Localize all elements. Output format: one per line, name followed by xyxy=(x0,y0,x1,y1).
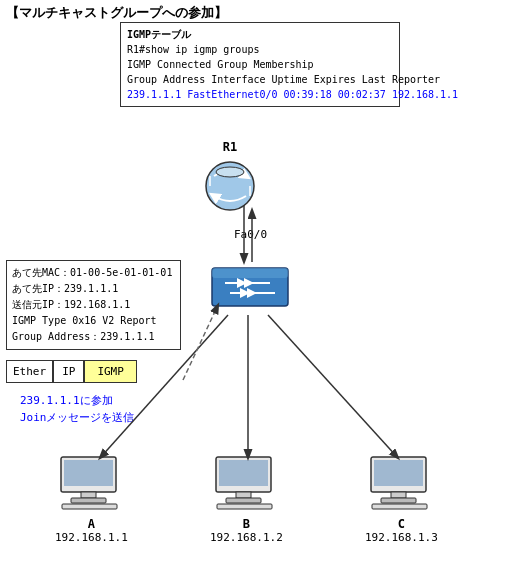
computer-a: A 192.168.1.1 xyxy=(55,455,128,544)
computer-c-label: C xyxy=(365,517,438,531)
svg-rect-16 xyxy=(226,498,261,503)
computer-c-ip: 192.168.1.3 xyxy=(365,531,438,544)
packet-box: Ether IP IGMP xyxy=(6,360,137,383)
info-line4: IGMP Type 0x16 V2 Report xyxy=(12,313,175,329)
computer-b-label: B xyxy=(210,517,283,531)
switch-container xyxy=(210,263,280,313)
join-line1: 239.1.1.1に参加 xyxy=(20,393,135,410)
info-line5: Group Address：239.1.1.1 xyxy=(12,329,175,345)
igmp-subtitle: IGMP Connected Group Membership xyxy=(127,57,393,72)
igmp-table-box: IGMPテーブル R1#show ip igmp groups IGMP Con… xyxy=(120,22,400,107)
svg-rect-21 xyxy=(381,498,416,503)
info-line1: あて先MAC：01-00-5e-01-01-01 xyxy=(12,265,175,281)
svg-rect-20 xyxy=(391,492,406,498)
interface-label: Fa0/0 xyxy=(234,228,267,241)
igmp-table-title: IGMPテーブル xyxy=(127,27,393,42)
igmp-cmd: R1#show ip igmp groups xyxy=(127,42,393,57)
join-message: 239.1.1.1に参加 Joinメッセージを送信 xyxy=(20,393,135,426)
page-title: 【マルチキャストグループへの参加】 xyxy=(6,4,227,22)
svg-rect-15 xyxy=(236,492,251,498)
computer-a-ip: 192.168.1.1 xyxy=(55,531,128,544)
packet-ip: IP xyxy=(53,360,84,383)
svg-point-1 xyxy=(216,167,244,177)
router-r1: R1 xyxy=(200,140,260,216)
info-line2: あて先IP：239.1.1.1 xyxy=(12,281,175,297)
svg-line-27 xyxy=(268,315,398,458)
svg-rect-3 xyxy=(212,268,288,278)
computer-b: B 192.168.1.2 xyxy=(210,455,283,544)
computer-c-icon xyxy=(366,455,436,510)
svg-rect-10 xyxy=(81,492,96,498)
info-line3: 送信元IP：192.168.1.1 xyxy=(12,297,175,313)
computer-b-ip: 192.168.1.2 xyxy=(210,531,283,544)
packet-ether: Ether xyxy=(6,360,53,383)
router-icon xyxy=(200,156,260,216)
igmp-header: Group Address Interface Uptime Expires L… xyxy=(127,72,393,87)
svg-rect-11 xyxy=(71,498,106,503)
router-label: R1 xyxy=(200,140,260,154)
info-box: あて先MAC：01-00-5e-01-01-01 あて先IP：239.1.1.1… xyxy=(6,260,181,350)
svg-rect-17 xyxy=(217,504,272,509)
computer-c: C 192.168.1.3 xyxy=(365,455,438,544)
igmp-data: 239.1.1.1 FastEthernet0/0 00:39:18 00:02… xyxy=(127,87,393,102)
join-line2: Joinメッセージを送信 xyxy=(20,410,135,427)
svg-rect-22 xyxy=(372,504,427,509)
svg-rect-9 xyxy=(64,460,113,486)
switch-icon xyxy=(210,263,280,313)
computer-a-icon xyxy=(56,455,126,510)
svg-rect-19 xyxy=(374,460,423,486)
packet-igmp: IGMP xyxy=(84,360,137,383)
computer-b-icon xyxy=(211,455,281,510)
computer-a-label: A xyxy=(55,517,128,531)
svg-rect-14 xyxy=(219,460,268,486)
svg-rect-12 xyxy=(62,504,117,509)
